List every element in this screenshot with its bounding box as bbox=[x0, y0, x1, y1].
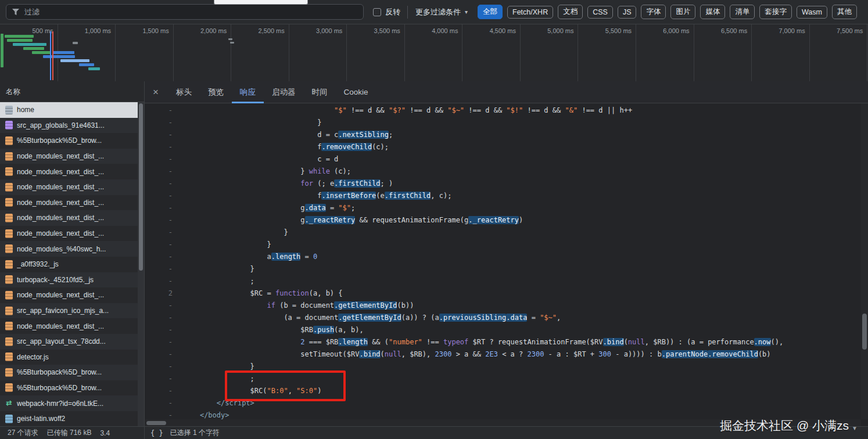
request-row[interactable]: %5Bturbopack%5D_brow... bbox=[0, 133, 138, 149]
timeline-event-marker bbox=[52, 31, 53, 80]
request-list-header[interactable]: 名称 bbox=[0, 81, 144, 102]
request-row[interactable]: node_modules_next_dist_... bbox=[0, 226, 138, 242]
filter-placeholder: 过滤 bbox=[24, 7, 40, 17]
transferred-size: 已传输 716 kB bbox=[47, 428, 92, 438]
filter-chip[interactable]: Wasm bbox=[797, 6, 827, 19]
filter-chip[interactable]: 字体 bbox=[641, 5, 666, 19]
filter-chip[interactable]: 全部 bbox=[478, 5, 503, 19]
filter-chip[interactable]: 其他 bbox=[832, 5, 857, 19]
timeline-label: 1,500 ms bbox=[142, 27, 171, 34]
code-line: - ; bbox=[145, 275, 861, 287]
code-line: - } bbox=[145, 226, 861, 239]
response-code-viewer[interactable]: - "$" !== d && "$?" !== d && "$~" !== d … bbox=[145, 103, 861, 419]
waterfall-bar bbox=[43, 55, 75, 58]
request-row[interactable]: node_modules_next_dist_... bbox=[0, 195, 138, 211]
name-column-header: 名称 bbox=[6, 88, 20, 96]
request-row[interactable]: node_modules_next_dist_... bbox=[0, 164, 138, 179]
request-row[interactable]: node_modules_next_dist_... bbox=[0, 179, 138, 195]
waterfall-bar bbox=[23, 47, 44, 50]
request-row[interactable]: _a0ff3932._js bbox=[0, 257, 138, 272]
invert-label: 反转 bbox=[385, 7, 400, 17]
gutter-marker: - bbox=[145, 348, 178, 361]
gutter-marker: - bbox=[145, 312, 178, 324]
code-line: - c = d bbox=[145, 153, 861, 165]
request-row[interactable]: node_modules_%40swc_h... bbox=[0, 241, 138, 257]
close-icon[interactable]: × bbox=[153, 81, 159, 103]
script-icon bbox=[5, 260, 13, 269]
detail-tab[interactable]: 启动器 bbox=[264, 81, 304, 103]
code-line: - } bbox=[145, 117, 861, 129]
request-row[interactable]: home bbox=[0, 102, 138, 118]
waterfall-bar bbox=[13, 43, 46, 46]
waterfall-bar bbox=[60, 59, 89, 62]
detail-tab[interactable]: 预览 bbox=[200, 81, 232, 103]
request-row[interactable]: src_app_favicon_ico_mjs_a... bbox=[0, 303, 138, 319]
timeline-overview[interactable]: 500 ms1,000 ms1,500 ms2,000 ms2,500 ms3,… bbox=[0, 24, 868, 82]
request-row[interactable]: detector.js bbox=[0, 350, 138, 365]
detail-tab[interactable]: 响应 bbox=[232, 81, 264, 103]
devtools-network-panel: 过滤 反转 更多过滤条件 ▾ 全部Fetch/XHR文档CSSJS字体图片媒体清… bbox=[0, 0, 868, 439]
gutter-marker: - bbox=[145, 239, 178, 251]
script-icon bbox=[5, 167, 13, 176]
code-vertical-scrollbar[interactable] bbox=[861, 103, 868, 419]
detail-tab[interactable]: 标头 bbox=[168, 81, 200, 103]
gutter-marker: - bbox=[145, 226, 178, 239]
filter-input[interactable]: 过滤 bbox=[6, 4, 364, 20]
request-row[interactable]: %5Bturbopack%5D_brow... bbox=[0, 365, 138, 380]
gutter-marker: - bbox=[145, 165, 178, 178]
filter-chip[interactable]: 文档 bbox=[558, 5, 583, 19]
request-row[interactable]: turbopack-_45210fd5._js bbox=[0, 272, 138, 288]
filter-chip[interactable]: JS bbox=[618, 6, 637, 19]
code-line: - "$" !== d && "$?" !== d && "$~" !== d … bbox=[145, 105, 861, 117]
request-row[interactable]: node_modules_next_dist_... bbox=[0, 287, 138, 303]
request-row[interactable]: src_app_layout_tsx_78cdd... bbox=[0, 334, 138, 350]
scrollbar-thumb[interactable] bbox=[146, 421, 166, 425]
code-line: - } while (c); bbox=[145, 165, 861, 178]
gutter-marker: - bbox=[145, 178, 178, 190]
request-name: _a0ff3932._js bbox=[17, 260, 59, 268]
request-name: node_modules_next_dist_... bbox=[17, 291, 104, 299]
filter-chip[interactable]: 套接字 bbox=[759, 5, 792, 19]
request-row[interactable]: node_modules_next_dist_... bbox=[0, 318, 138, 334]
timeline-label: 2,000 ms bbox=[200, 27, 229, 34]
detail-tab[interactable]: 时间 bbox=[303, 81, 335, 103]
script-icon bbox=[5, 136, 13, 145]
gutter-marker: - bbox=[145, 336, 178, 348]
filter-chip[interactable]: Fetch/XHR bbox=[507, 6, 553, 19]
request-row[interactable]: %5Bturbopack%5D_brow... bbox=[0, 380, 138, 396]
request-row[interactable]: geist-latin.woff2 bbox=[0, 411, 138, 427]
timeline-event-marker bbox=[50, 31, 51, 80]
scrollbar-thumb[interactable] bbox=[139, 103, 143, 271]
request-row[interactable]: ⇄webpack-hmr?id=o6nLtkE... bbox=[0, 395, 138, 411]
code-line: - g._reactRetry && requestAnimationFrame… bbox=[145, 214, 861, 226]
scrollbar-thumb[interactable] bbox=[862, 314, 867, 350]
request-name: node_modules_next_dist_... bbox=[17, 168, 104, 176]
invert-checkbox[interactable] bbox=[373, 8, 381, 16]
filter-chip[interactable]: 媒体 bbox=[700, 5, 725, 19]
request-list-scrollbar[interactable] bbox=[138, 102, 144, 427]
watermark-triangle-icon: ▼ bbox=[852, 425, 858, 434]
filter-chip[interactable]: 清单 bbox=[730, 5, 755, 19]
request-name: %5Bturbopack%5D_brow... bbox=[17, 384, 102, 392]
request-row[interactable]: node_modules_next_dist_... bbox=[0, 210, 138, 226]
gutter-marker: - bbox=[145, 190, 178, 202]
request-name: src_app_layout_tsx_78cdd... bbox=[17, 337, 106, 346]
request-count: 27 个请求 bbox=[8, 428, 38, 438]
request-name: src_app_favicon_ico_mjs_a... bbox=[17, 307, 109, 315]
waterfall-bar bbox=[73, 42, 78, 44]
filter-chip[interactable]: CSS bbox=[587, 6, 613, 19]
gutter-marker: - bbox=[145, 373, 178, 385]
script-icon bbox=[5, 307, 13, 315]
timeline-label: 7,500 ms bbox=[837, 27, 866, 34]
request-list-panel: 名称 homesrc_app_globals_91e4631...%5Bturb… bbox=[0, 81, 145, 427]
pretty-print-icon[interactable]: { } bbox=[150, 429, 163, 437]
stylesheet-icon bbox=[5, 121, 13, 129]
more-filters-dropdown[interactable]: 更多过滤条件 ▾ bbox=[415, 7, 468, 17]
request-row[interactable]: src_app_globals_91e4631... bbox=[0, 118, 138, 134]
selection-status: 已选择 1 个字符 bbox=[170, 428, 220, 438]
request-row[interactable]: node_modules_next_dist_... bbox=[0, 149, 138, 164]
detail-tab[interactable]: Cookie bbox=[335, 81, 376, 103]
filter-chip[interactable]: 图片 bbox=[670, 5, 695, 19]
editor-status: { } 已选择 1 个字符 bbox=[145, 427, 220, 439]
request-name: node_modules_next_dist_... bbox=[17, 214, 104, 222]
